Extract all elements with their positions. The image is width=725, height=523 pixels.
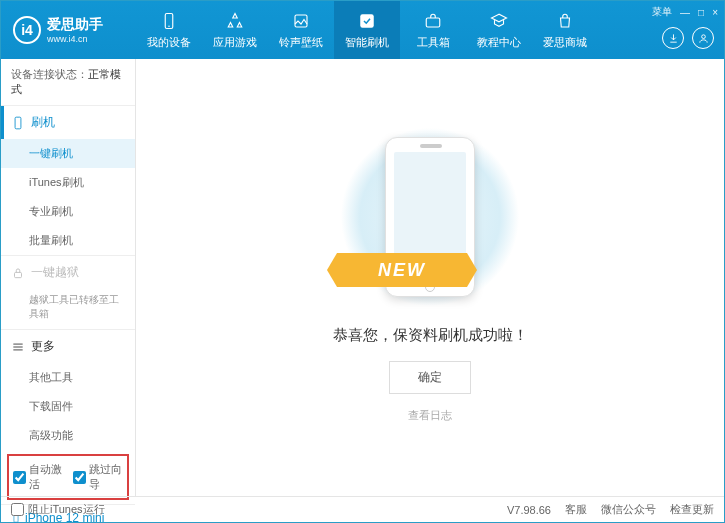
ok-button[interactable]: 确定 xyxy=(389,361,471,394)
wechat-link[interactable]: 微信公众号 xyxy=(601,502,656,517)
nav-ringtones[interactable]: 铃声壁纸 xyxy=(268,1,334,59)
svg-point-5 xyxy=(701,34,705,38)
options-box: 自动激活 跳过向导 xyxy=(7,454,129,500)
close-button[interactable]: × xyxy=(712,7,718,18)
tutorials-icon xyxy=(489,11,509,31)
svg-rect-3 xyxy=(360,14,374,28)
titlebar: i4 爱思助手 www.i4.cn 我的设备 应用游戏 铃声壁纸 智能刷机 工具… xyxy=(1,1,724,59)
menu-icon xyxy=(11,340,25,354)
nav-flash[interactable]: 智能刷机 xyxy=(334,1,400,59)
sidebar-oneclick-flash[interactable]: 一键刷机 xyxy=(1,139,135,168)
sidebar-download-firmware[interactable]: 下载固件 xyxy=(1,392,135,421)
header-actions xyxy=(662,27,714,49)
body: 设备连接状态：正常模式 刷机 一键刷机 iTunes刷机 专业刷机 批量刷机 一… xyxy=(1,59,724,496)
sidebar: 设备连接状态：正常模式 刷机 一键刷机 iTunes刷机 专业刷机 批量刷机 一… xyxy=(1,59,136,496)
device-icon xyxy=(159,11,179,31)
sidebar-pro-flash[interactable]: 专业刷机 xyxy=(1,197,135,226)
nav-tutorials[interactable]: 教程中心 xyxy=(466,1,532,59)
nav-store[interactable]: 爱思商城 xyxy=(532,1,598,59)
sidebar-more-header[interactable]: 更多 xyxy=(1,330,135,363)
main-content: NEW 恭喜您，保资料刷机成功啦！ 确定 查看日志 xyxy=(136,59,724,496)
store-icon xyxy=(555,11,575,31)
download-button[interactable] xyxy=(662,27,684,49)
app-title: 爱思助手 xyxy=(47,16,103,34)
user-button[interactable] xyxy=(692,27,714,49)
menu-button[interactable]: 菜单 xyxy=(652,5,672,19)
logo-icon: i4 xyxy=(13,16,41,44)
svg-rect-6 xyxy=(15,117,21,129)
maximize-button[interactable]: □ xyxy=(698,7,704,18)
minimize-button[interactable]: — xyxy=(680,7,690,18)
logo-area: i4 爱思助手 www.i4.cn xyxy=(1,16,136,44)
main-nav: 我的设备 应用游戏 铃声壁纸 智能刷机 工具箱 教程中心 爱思商城 xyxy=(136,1,598,59)
footer: 阻止iTunes运行 V7.98.66 客服 微信公众号 检查更新 xyxy=(1,496,724,522)
sidebar-jailbreak-header: 一键越狱 xyxy=(1,256,135,289)
customer-service-link[interactable]: 客服 xyxy=(565,502,587,517)
phone-icon xyxy=(11,116,25,130)
app-window: i4 爱思助手 www.i4.cn 我的设备 应用游戏 铃声壁纸 智能刷机 工具… xyxy=(0,0,725,523)
window-controls: 菜单 — □ × xyxy=(652,5,718,19)
svg-point-1 xyxy=(168,25,170,27)
flash-icon xyxy=(357,11,377,31)
sidebar-advanced[interactable]: 高级功能 xyxy=(1,421,135,450)
sidebar-batch-flash[interactable]: 批量刷机 xyxy=(1,226,135,255)
sidebar-flash-header[interactable]: 刷机 xyxy=(1,106,135,139)
new-badge: NEW xyxy=(337,253,467,287)
connection-status: 设备连接状态：正常模式 xyxy=(1,59,135,105)
skip-guide-checkbox[interactable]: 跳过向导 xyxy=(73,462,123,492)
nav-apps[interactable]: 应用游戏 xyxy=(202,1,268,59)
sidebar-other-tools[interactable]: 其他工具 xyxy=(1,363,135,392)
success-message: 恭喜您，保资料刷机成功啦！ xyxy=(333,326,528,345)
app-subtitle: www.i4.cn xyxy=(47,34,103,44)
view-log-link[interactable]: 查看日志 xyxy=(408,408,452,423)
jailbreak-note: 越狱工具已转移至工具箱 xyxy=(1,289,135,329)
nav-my-device[interactable]: 我的设备 xyxy=(136,1,202,59)
auto-activate-checkbox[interactable]: 自动激活 xyxy=(13,462,63,492)
toolbox-icon xyxy=(423,11,443,31)
check-update-link[interactable]: 检查更新 xyxy=(670,502,714,517)
svg-rect-4 xyxy=(426,18,440,27)
success-illustration: NEW xyxy=(355,132,505,312)
lock-icon xyxy=(11,266,25,280)
apps-icon xyxy=(225,11,245,31)
wallpaper-icon xyxy=(291,11,311,31)
nav-toolbox[interactable]: 工具箱 xyxy=(400,1,466,59)
svg-rect-7 xyxy=(15,272,22,277)
sidebar-itunes-flash[interactable]: iTunes刷机 xyxy=(1,168,135,197)
block-itunes-checkbox[interactable]: 阻止iTunes运行 xyxy=(11,502,105,517)
version-label: V7.98.66 xyxy=(507,504,551,516)
